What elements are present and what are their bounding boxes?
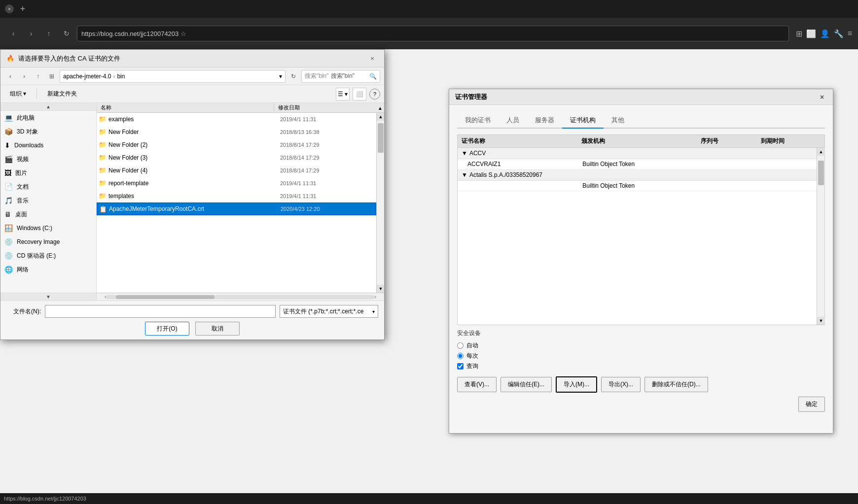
radio-auto-input[interactable] bbox=[457, 342, 464, 349]
nav-forward-button[interactable]: › bbox=[18, 70, 30, 82]
open-button[interactable]: 打开(O) bbox=[145, 322, 189, 336]
firefox-nav-bar: ‹ › ↑ ↻ https://blog.csdn.net/jjc1200742… bbox=[0, 18, 858, 49]
breadcrumb-part2: bin bbox=[117, 73, 125, 80]
extensions-icon[interactable]: 🔧 bbox=[834, 29, 844, 38]
sidebar-item-computer[interactable]: 💻 此电脑 bbox=[0, 111, 96, 125]
search-placeholder: 搜索"bin" bbox=[305, 72, 329, 80]
preview-button[interactable]: ⬜ bbox=[353, 88, 366, 101]
checkbox-query[interactable]: 查询 bbox=[457, 362, 825, 370]
export-button[interactable]: 导出(X)... bbox=[601, 377, 641, 392]
sidebar-label-computer: 此电脑 bbox=[17, 114, 35, 122]
new-tab-button[interactable]: + bbox=[16, 2, 30, 16]
tab-close-button[interactable]: × bbox=[5, 4, 14, 13]
reload-button[interactable]: ↻ bbox=[59, 26, 74, 41]
new-folder-button[interactable]: 新建文件夹 bbox=[42, 88, 82, 101]
breadcrumb-sep1: › bbox=[113, 73, 115, 80]
sidebar-scroll-up-button[interactable]: ▲ bbox=[0, 103, 96, 111]
filetype-dropdown[interactable]: 证书文件 (*.p7b;*.crt;*.cert;*.ce ▾ bbox=[280, 305, 378, 318]
cert-scroll-up-button[interactable]: ▲ bbox=[817, 148, 825, 156]
cert-group-accv[interactable]: ▼ ACCV bbox=[458, 148, 817, 159]
edit-trust-button[interactable]: 编辑信任(E)... bbox=[500, 377, 552, 392]
header-scroll-up[interactable]: ▲ bbox=[376, 103, 384, 113]
file-item-date-newfolder: 2018/8/13 16:38 bbox=[276, 129, 374, 135]
sidebar-item-desktop[interactable]: 🖥 桌面 bbox=[0, 207, 96, 221]
file-item-newfolder4[interactable]: 📁 New Folder (4) 2018/8/14 17:29 bbox=[97, 164, 376, 177]
scroll-up-arrow[interactable]: ▲ bbox=[377, 113, 384, 121]
file-item-templates[interactable]: 📁 templates 2019/4/1 11:31 bbox=[97, 190, 376, 202]
h-scroll-right[interactable]: › bbox=[375, 294, 376, 300]
scroll-thumb[interactable] bbox=[378, 123, 384, 153]
nav-refresh-button[interactable]: ↻ bbox=[287, 70, 299, 82]
url-bar[interactable]: https://blog.csdn.net/jjc120074203 ☆ bbox=[77, 26, 789, 41]
file-item-examples[interactable]: 📁 examples 2019/4/1 11:31 bbox=[97, 113, 376, 126]
cert-manager-close-button[interactable]: × bbox=[817, 92, 827, 102]
sidebar-label-network: 网络 bbox=[17, 266, 29, 274]
ok-button[interactable]: 确定 bbox=[798, 397, 825, 412]
col-header-date[interactable]: 修改日期 bbox=[274, 103, 384, 112]
forward-button[interactable]: › bbox=[24, 26, 38, 41]
view-options-button[interactable]: ☰ ▾ bbox=[336, 88, 350, 101]
col-header-name[interactable]: 名称 bbox=[97, 103, 274, 112]
radio-every[interactable]: 每次 bbox=[457, 352, 825, 360]
bookmarks-icon[interactable]: ⊞ bbox=[796, 29, 802, 38]
file-item-cert[interactable]: 📋 ApacheJMeterTemporaryRootCA.crt 2020/4… bbox=[97, 202, 376, 215]
file-item-date-newfolder2: 2018/8/14 17:29 bbox=[276, 142, 374, 148]
radio-auto[interactable]: 自动 bbox=[457, 341, 825, 350]
radio-every-input[interactable] bbox=[457, 353, 464, 359]
file-item-newfolder3[interactable]: 📁 New Folder (3) 2018/8/14 17:29 bbox=[97, 151, 376, 164]
cancel-button[interactable]: 取消 bbox=[195, 322, 240, 336]
tab-servers[interactable]: 服务器 bbox=[527, 113, 562, 129]
sidebar-item-network[interactable]: 🌐 网络 bbox=[0, 263, 96, 276]
organize-button[interactable]: 组织 ▾ bbox=[4, 88, 32, 101]
nav-recent-button[interactable]: ⊞ bbox=[46, 70, 58, 82]
sidebar-item-windows[interactable]: 🪟 Windows (C:) bbox=[0, 221, 96, 235]
scroll-down-arrow[interactable]: ▼ bbox=[377, 285, 384, 293]
nav-back-button[interactable]: ‹ bbox=[4, 70, 16, 82]
tab-people[interactable]: 人员 bbox=[499, 113, 527, 129]
breadcrumb-dropdown[interactable]: ▾ bbox=[279, 73, 282, 80]
sidebar-scroll-down-button[interactable]: ▼ bbox=[0, 293, 96, 301]
firefox-toolbar: × + ‹ › ↑ ↻ https://blog.csdn.net/jjc120… bbox=[0, 0, 858, 49]
folder-icon-newfolder2: 📁 bbox=[99, 141, 108, 148]
filetype-dropdown-arrow: ▾ bbox=[372, 309, 375, 314]
sidebar-item-pictures[interactable]: 🖼 图片 bbox=[0, 166, 96, 180]
sidebar-item-documents[interactable]: 📄 文档 bbox=[0, 180, 96, 194]
h-scroll-thumb[interactable] bbox=[116, 295, 214, 299]
menu-icon[interactable]: ≡ bbox=[848, 29, 852, 38]
nav-up-button[interactable]: ↑ bbox=[32, 70, 44, 82]
tab-other[interactable]: 其他 bbox=[604, 113, 632, 129]
file-item-newfolder2[interactable]: 📁 New Folder (2) 2018/8/14 17:29 bbox=[97, 138, 376, 151]
sidebar-item-3d[interactable]: 📦 3D 对象 bbox=[0, 125, 96, 138]
search-icon[interactable]: 🔍 bbox=[369, 73, 377, 80]
cert-item-accvraiz1[interactable]: ACCVRAIZ1 Builtin Object Token bbox=[458, 159, 817, 169]
filename-input[interactable] bbox=[45, 305, 276, 318]
delete-button[interactable]: 删除或不信任(D)... bbox=[644, 377, 708, 392]
back-button[interactable]: ‹ bbox=[6, 26, 21, 41]
tab-authorities[interactable]: 证书机构 bbox=[562, 113, 604, 129]
sidebar-icon[interactable]: ⬜ bbox=[806, 29, 816, 38]
cert-scroll-thumb[interactable] bbox=[818, 161, 824, 185]
sidebar-item-recovery[interactable]: 💿 Recovery Image bbox=[0, 235, 96, 249]
file-dialog-close-button[interactable]: × bbox=[366, 53, 378, 65]
bookmark-star-icon[interactable]: ☆ bbox=[180, 30, 186, 37]
cert-scroll-down-button[interactable]: ▼ bbox=[817, 317, 825, 325]
cert-group-actalis[interactable]: ▼ Actalis S.p.A./03358520967 bbox=[458, 169, 817, 181]
cert-list-container: ▼ ACCV ACCVRAIZ1 Builtin Object Token ▼ bbox=[457, 148, 825, 325]
up-button[interactable]: ↑ bbox=[41, 26, 56, 41]
file-item-report-template[interactable]: 📁 report-template 2019/4/1 11:31 bbox=[97, 177, 376, 190]
search-bar[interactable]: 搜索"bin" 搜索"bin" 🔍 bbox=[301, 70, 380, 83]
tab-my-certs[interactable]: 我的证书 bbox=[457, 113, 499, 129]
import-button[interactable]: 导入(M)... bbox=[556, 376, 597, 393]
cert-list: ▼ ACCV ACCVRAIZ1 Builtin Object Token ▼ bbox=[458, 148, 817, 325]
sidebar-item-downloads[interactable]: ⬇ Downloads bbox=[0, 138, 96, 152]
sidebar-item-videos[interactable]: 🎬 视频 bbox=[0, 152, 96, 166]
sidebar-item-music[interactable]: 🎵 音乐 bbox=[0, 194, 96, 207]
checkbox-query-input[interactable] bbox=[457, 363, 464, 370]
file-item-newfolder[interactable]: 📁 New Folder 2018/8/13 16:38 bbox=[97, 126, 376, 138]
view-button[interactable]: 查看(V)... bbox=[457, 377, 497, 392]
breadcrumb-bar[interactable]: apache-jmeter-4.0 › bin ▾ bbox=[60, 70, 286, 83]
help-button[interactable]: ? bbox=[369, 89, 380, 100]
sidebar-item-cd[interactable]: 💿 CD 驱动器 (E:) bbox=[0, 249, 96, 263]
cert-item-actalis[interactable]: Builtin Object Token bbox=[458, 181, 817, 191]
account-icon[interactable]: 👤 bbox=[820, 29, 830, 38]
